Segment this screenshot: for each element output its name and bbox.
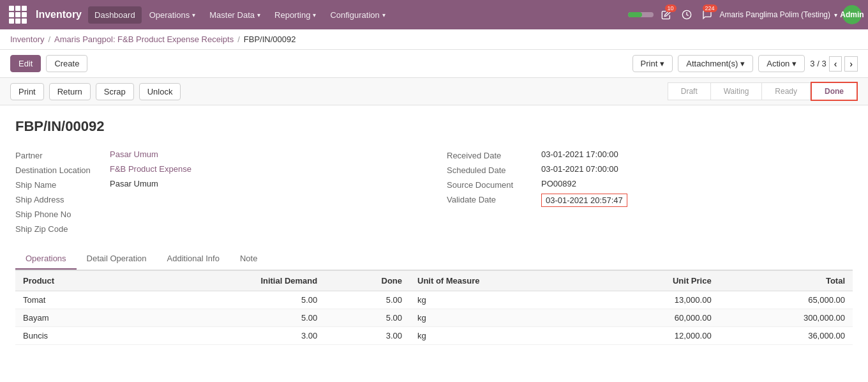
apps-menu-button[interactable] bbox=[6, 3, 29, 26]
breadcrumb-sep-2: / bbox=[237, 34, 240, 44]
nav-reporting[interactable]: Reporting ▾ bbox=[268, 6, 322, 24]
col-header-price: Unit Price bbox=[592, 271, 719, 291]
validate-date-value: 03-01-2021 20:57:47 bbox=[541, 194, 627, 207]
cell-done: 5.00 bbox=[325, 291, 410, 309]
breadcrumb-sep-1: / bbox=[48, 34, 50, 44]
breadcrumb-inventory[interactable]: Inventory bbox=[10, 34, 44, 44]
field-ship-name: Ship Name Pasar Umum bbox=[15, 177, 421, 192]
avatar-label: Admin bbox=[840, 10, 864, 19]
prev-page-button[interactable]: ‹ bbox=[829, 56, 842, 72]
table-row: Tomat 5.00 5.00 kg 13,000.00 65,000.00 bbox=[15, 291, 853, 309]
cell-price: 13,000.00 bbox=[592, 291, 719, 309]
top-navigation: Inventory Dashboard Operations ▾ Master … bbox=[0, 0, 868, 29]
scrap-button[interactable]: Scrap bbox=[96, 83, 134, 100]
nav-master-data[interactable]: Master Data ▾ bbox=[203, 6, 267, 24]
breadcrumb-current: FBP/IN/00092 bbox=[244, 34, 296, 44]
breadcrumb-receipts[interactable]: Amaris Pangpol: F&B Product Expense Rece… bbox=[54, 34, 234, 44]
field-partner: Partner Pasar Umum bbox=[15, 148, 421, 162]
ship-address-label: Ship Address bbox=[15, 194, 105, 204]
cell-demand: 5.00 bbox=[156, 309, 325, 327]
next-page-button[interactable]: › bbox=[844, 56, 858, 72]
caret-icon: ▾ bbox=[382, 11, 385, 19]
app-brand: Inventory bbox=[36, 9, 82, 20]
cell-total: 65,000.00 bbox=[719, 291, 853, 309]
clock-icon-button[interactable] bbox=[679, 7, 694, 22]
received-date-label: Received Date bbox=[447, 149, 536, 160]
create-button[interactable]: Create bbox=[46, 55, 87, 72]
user-name: Amaris Panglima Polim (Testing) bbox=[720, 10, 830, 19]
source-doc-value: PO00892 bbox=[541, 179, 576, 188]
print-button[interactable]: Print ▾ bbox=[632, 55, 673, 72]
left-fields: Partner Pasar Umum Destination Location … bbox=[15, 148, 421, 236]
cell-total: 300,000.00 bbox=[719, 309, 853, 327]
caret-icon: ▾ bbox=[192, 11, 195, 19]
scheduled-date-value: 03-01-2021 07:00:00 bbox=[541, 164, 618, 174]
tab-note[interactable]: Note bbox=[230, 248, 267, 270]
received-date-value: 03-01-2021 17:00:00 bbox=[541, 149, 618, 159]
sub-toolbar: Print Return Scrap Unlock Draft Waiting … bbox=[0, 78, 868, 105]
table-body: Tomat 5.00 5.00 kg 13,000.00 65,000.00 B… bbox=[15, 291, 853, 345]
sub-print-button[interactable]: Print bbox=[10, 83, 44, 100]
cell-product: Tomat bbox=[15, 291, 156, 309]
scheduled-date-label: Scheduled Date bbox=[447, 164, 536, 175]
user-avatar[interactable]: Admin bbox=[842, 5, 862, 24]
right-fields: Received Date 03-01-2021 17:00:00 Schedu… bbox=[447, 148, 853, 236]
return-button[interactable]: Return bbox=[49, 83, 91, 100]
table-header: Product Initial Demand Done Unit of Meas… bbox=[15, 271, 853, 291]
partner-value[interactable]: Pasar Umum bbox=[110, 149, 158, 159]
destination-value[interactable]: F&B Product Expense bbox=[110, 164, 191, 174]
table: Product Initial Demand Done Unit of Meas… bbox=[15, 270, 853, 345]
col-header-done: Done bbox=[325, 271, 410, 291]
col-header-demand: Initial Demand bbox=[156, 271, 325, 291]
col-header-product: Product bbox=[15, 271, 156, 291]
cell-demand: 5.00 bbox=[156, 291, 325, 309]
print-caret-icon: ▾ bbox=[660, 59, 664, 68]
field-received-date: Received Date 03-01-2021 17:00:00 bbox=[447, 148, 853, 162]
operations-table: Product Initial Demand Done Unit of Meas… bbox=[15, 270, 853, 345]
main-menu: Dashboard Operations ▾ Master Data ▾ Rep… bbox=[88, 6, 628, 24]
cell-uom: kg bbox=[410, 291, 592, 309]
tab-additional-info[interactable]: Additional Info bbox=[157, 248, 230, 270]
cell-done: 5.00 bbox=[325, 309, 410, 327]
field-source-document: Source Document PO00892 bbox=[447, 177, 853, 192]
user-menu[interactable]: Amaris Panglima Polim (Testing) ▾ bbox=[720, 10, 837, 19]
nav-right-section: 10 224 Amaris Panglima Polim (Testing) ▾… bbox=[628, 5, 862, 24]
action-bar: Edit Create Print ▾ Attachment(s) ▾ Acti… bbox=[0, 50, 868, 78]
tab-operations[interactable]: Operations bbox=[15, 248, 77, 270]
field-ship-zip: Ship Zip Code bbox=[15, 221, 421, 236]
field-ship-phone: Ship Phone No bbox=[15, 206, 421, 221]
action-button[interactable]: Action ▾ bbox=[758, 55, 805, 72]
pagination-text: 3 / 3 bbox=[810, 59, 826, 68]
validate-date-label: Validate Date bbox=[447, 194, 536, 204]
cell-uom: kg bbox=[410, 327, 592, 345]
unlock-button[interactable]: Unlock bbox=[139, 83, 181, 100]
field-ship-address: Ship Address bbox=[15, 192, 421, 206]
progress-indicator bbox=[628, 12, 654, 17]
status-waiting: Waiting bbox=[711, 82, 763, 100]
cell-uom: kg bbox=[410, 309, 592, 327]
tab-detail-operation[interactable]: Detail Operation bbox=[77, 248, 157, 270]
chat-badge: 224 bbox=[703, 4, 717, 12]
chat-icon-button[interactable]: 224 bbox=[700, 7, 715, 22]
edit-button[interactable]: Edit bbox=[10, 55, 41, 72]
ship-name-label: Ship Name bbox=[15, 179, 105, 190]
nav-dashboard[interactable]: Dashboard bbox=[88, 6, 142, 24]
col-header-total: Total bbox=[719, 271, 853, 291]
attachments-caret-icon: ▾ bbox=[740, 59, 745, 68]
breadcrumb: Inventory / Amaris Pangpol: F&B Product … bbox=[0, 29, 868, 50]
table-row: Bayam 5.00 5.00 kg 60,000.00 300,000.00 bbox=[15, 309, 853, 327]
ship-phone-label: Ship Phone No bbox=[15, 208, 105, 219]
field-destination: Destination Location F&B Product Expense bbox=[15, 162, 421, 177]
nav-configuration[interactable]: Configuration ▾ bbox=[324, 6, 391, 24]
status-bar: Draft Waiting Ready Done bbox=[668, 82, 858, 101]
tabs: Operations Detail Operation Additional I… bbox=[15, 248, 853, 270]
cell-product: Buncis bbox=[15, 327, 156, 345]
attachments-button[interactable]: Attachment(s) ▾ bbox=[678, 55, 753, 72]
ship-zip-label: Ship Zip Code bbox=[15, 223, 105, 234]
edit-icon-button[interactable]: 10 bbox=[659, 7, 674, 22]
nav-operations[interactable]: Operations ▾ bbox=[143, 6, 202, 24]
caret-icon: ▾ bbox=[257, 11, 260, 19]
col-header-uom: Unit of Measure bbox=[410, 271, 592, 291]
field-validate-date: Validate Date 03-01-2021 20:57:47 bbox=[447, 192, 853, 209]
edit-badge: 10 bbox=[665, 4, 677, 12]
